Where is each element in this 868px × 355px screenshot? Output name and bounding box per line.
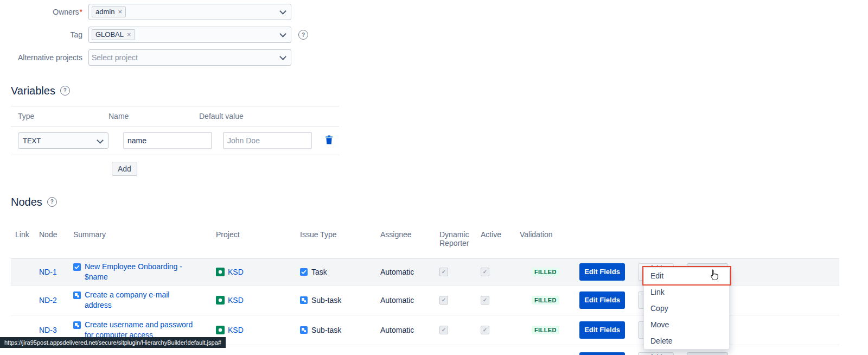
project-avatar-icon	[216, 268, 225, 276]
owners-chip: admin ×	[92, 7, 126, 17]
issue-type-cell: Sub-task	[300, 296, 380, 305]
form-row-tag: Tag GLOBAL × ?	[0, 27, 308, 42]
active-checkbox[interactable]: ✓	[481, 268, 489, 276]
project-avatar-icon	[216, 326, 225, 334]
active-checkbox[interactable]: ✓	[481, 326, 489, 334]
menu-item-delete[interactable]: Delete	[644, 333, 729, 349]
actions-button[interactable]: Actions	[687, 352, 728, 355]
delete-variable-button[interactable]	[324, 134, 334, 147]
chip-remove-icon[interactable]: ×	[127, 30, 131, 39]
owners-select[interactable]: admin ×	[88, 4, 291, 20]
col-name: Name	[108, 112, 199, 121]
node-id-link[interactable]: ND-3	[39, 326, 57, 334]
project-link[interactable]: KSD	[228, 268, 244, 276]
alt-projects-label-text: Alternative projects	[18, 53, 82, 62]
col-link: Link	[15, 230, 39, 239]
summary-cell: Create a company e-mail address	[73, 290, 216, 310]
node-cell: ND-1	[39, 268, 73, 276]
nodes-title: Nodes ?	[11, 195, 839, 208]
menu-item-link[interactable]: Link	[644, 284, 729, 300]
dynamic-reporter-cell: ✓	[439, 268, 481, 276]
tag-select[interactable]: GLOBAL ×	[88, 27, 291, 43]
alt-projects-select[interactable]: Select project	[88, 49, 291, 66]
nodes-table-header: Link Node Summary Project Issue Type Ass…	[11, 224, 839, 259]
dynamic-reporter-cell: ✓	[439, 296, 481, 305]
assignee-label: Automatic	[380, 326, 439, 334]
validation-cell: FILLED	[520, 268, 579, 276]
trash-icon	[325, 135, 333, 146]
summary-link[interactable]: New Employee Onboarding - $name	[85, 262, 196, 282]
issue-type-label: Sub-task	[311, 296, 341, 305]
node-id-link[interactable]: ND-1	[39, 268, 57, 276]
subtask-icon	[300, 326, 308, 334]
form-row-alt-projects: Alternative projects Select project	[0, 50, 308, 65]
issue-type-label: Sub-task	[311, 326, 341, 334]
tag-chip: GLOBAL ×	[92, 29, 135, 40]
task-icon	[300, 268, 308, 276]
help-icon[interactable]: ?	[47, 197, 57, 207]
project-cell: KSD	[216, 326, 300, 334]
col-default-value: Default value	[199, 112, 244, 121]
node-cell: ND-2	[39, 296, 73, 305]
variable-type-select[interactable]: TEXT	[18, 132, 108, 149]
validation-badge: FILLED	[532, 326, 559, 334]
dynamic-reporter-cell: ✓	[439, 326, 481, 334]
help-icon[interactable]: ?	[60, 86, 70, 96]
node-id-link[interactable]: ND-2	[39, 296, 57, 305]
summary-link[interactable]: Create a company e-mail address	[85, 290, 196, 310]
edit-fields-button[interactable]: Edit Fields	[579, 352, 625, 355]
template-settings-form: Owners* admin × Tag GLOBAL × ? Alternati…	[0, 4, 308, 73]
project-link[interactable]: KSD	[228, 296, 244, 305]
tag-label-text: Tag	[70, 30, 82, 39]
alt-projects-label: Alternative projects	[0, 53, 88, 62]
menu-item-copy[interactable]: Copy	[644, 300, 729, 316]
chip-label: admin	[95, 8, 114, 16]
active-cell: ✓	[481, 268, 520, 276]
help-icon[interactable]: ?	[298, 30, 308, 40]
select-placeholder: Select project	[92, 53, 138, 62]
issue-type-label: Task	[311, 268, 327, 276]
add-child-button[interactable]: Add Child	[638, 352, 674, 355]
edit-fields-button[interactable]: Edit Fields	[579, 321, 625, 339]
col-project: Project	[216, 230, 300, 239]
owners-label: Owners*	[0, 8, 88, 16]
chip-remove-icon[interactable]: ×	[118, 8, 122, 16]
dynamic-reporter-checkbox[interactable]: ✓	[439, 326, 448, 334]
menu-item-move[interactable]: Move	[644, 316, 729, 333]
required-asterisk: *	[80, 8, 82, 16]
variables-title-text: Variables	[11, 84, 55, 97]
variables-table-header: Type Name Default value	[11, 106, 339, 126]
project-link[interactable]: KSD	[228, 326, 244, 334]
default-value-input[interactable]	[223, 132, 312, 149]
nodes-title-text: Nodes	[11, 195, 42, 208]
assignee-label: Automatic	[380, 296, 439, 305]
node-cell: ND-3	[39, 326, 73, 334]
chevron-down-icon	[279, 8, 286, 15]
dynamic-reporter-checkbox[interactable]: ✓	[439, 268, 448, 276]
col-type: Type	[18, 112, 108, 121]
status-url-tooltip: https://jira95post.appsdelivered.net/sec…	[0, 337, 226, 348]
add-variable-button[interactable]: Add	[112, 162, 137, 176]
selected-type: TEXT	[23, 137, 41, 145]
active-cell: ✓	[481, 296, 520, 305]
menu-item-edit[interactable]: Edit	[644, 268, 729, 284]
tag-label: Tag	[0, 30, 88, 39]
active-checkbox[interactable]: ✓	[481, 296, 489, 305]
edit-fields-button[interactable]: Edit Fields	[579, 263, 625, 281]
chip-label: GLOBAL	[95, 30, 124, 39]
subtask-icon	[300, 296, 308, 304]
validation-cell: FILLED	[520, 296, 579, 305]
variable-name-input[interactable]	[123, 132, 212, 149]
chevron-down-icon	[279, 53, 286, 60]
col-active: Active	[481, 230, 520, 239]
col-summary: Summary	[73, 230, 216, 239]
chevron-down-icon	[279, 30, 286, 37]
summary-cell: New Employee Onboarding - $name	[73, 262, 216, 282]
form-row-owners: Owners* admin ×	[0, 4, 308, 20]
validation-badge: FILLED	[532, 296, 559, 305]
chevron-down-icon	[97, 137, 104, 144]
variables-title: Variables ?	[11, 84, 339, 97]
dynamic-reporter-checkbox[interactable]: ✓	[439, 296, 448, 305]
edit-fields-button[interactable]: Edit Fields	[579, 291, 625, 309]
actions-dropdown-menu: Edit Link Copy Move Delete	[643, 267, 730, 350]
